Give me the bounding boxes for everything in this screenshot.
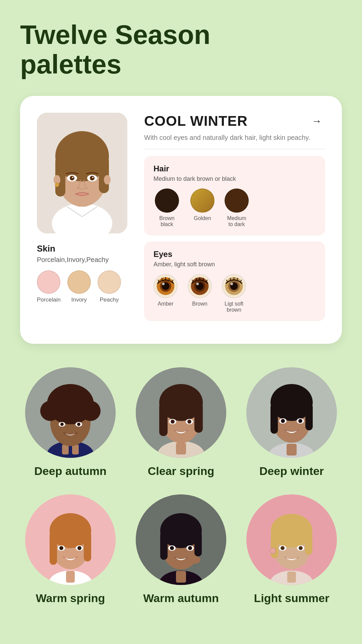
hair-swatch-brownblack: Brown black: [154, 189, 180, 227]
skin-label: Skin: [37, 244, 131, 254]
svg-rect-77: [270, 404, 278, 434]
svg-point-15: [92, 177, 94, 178]
svg-rect-88: [50, 531, 57, 565]
person-name-clearspring: Clear spring: [148, 465, 214, 478]
season-card: Skin Porcelain,Invory,Peachy Porcelain I…: [20, 96, 342, 344]
svg-point-82: [298, 419, 302, 423]
hair-color-golden: [190, 189, 215, 213]
page-title: Twelve Seasonpalettes: [20, 20, 342, 79]
person-name-warmautumn: Warm autumn: [143, 592, 219, 605]
skin-label-porcelain: Porcelain: [37, 297, 61, 303]
svg-point-105: [188, 556, 200, 564]
svg-point-115: [281, 546, 285, 550]
person-name-deepautumn: Deep autumn: [34, 465, 106, 478]
hair-subtitle: Medium to dark brown or black: [154, 175, 316, 182]
page: Twelve Seasonpalettes: [0, 0, 362, 644]
person-circle-deepautumn: [25, 367, 116, 458]
skin-swatch-invory: Invory: [67, 270, 91, 303]
hair-color-mediumdark: [225, 189, 249, 213]
svg-point-12: [72, 177, 73, 178]
skin-swatch-peachy: Peachy: [98, 270, 121, 303]
svg-rect-48: [62, 444, 69, 454]
hair-label-mediumdark: Mediumto dark: [227, 215, 246, 227]
season-header: COOL WINTER →: [144, 113, 325, 129]
person-item-lightsummer[interactable]: Light summer: [241, 494, 342, 605]
eye-label-brown: Brown: [192, 301, 207, 307]
person-item-deepwinter[interactable]: Deep winter: [241, 367, 342, 478]
svg-point-104: [188, 546, 192, 550]
person-circle-warmspring: [25, 494, 116, 585]
svg-rect-66: [159, 402, 168, 436]
svg-point-71: [187, 420, 191, 424]
svg-point-93: [77, 546, 81, 550]
eye-swatch-lightsoftbrown: Ligt softbrown: [222, 274, 246, 313]
svg-rect-49: [72, 444, 79, 454]
svg-point-117: [299, 546, 303, 550]
hair-color-brownblack: [155, 189, 179, 213]
person-name-warmspring: Warm spring: [36, 592, 105, 605]
hair-swatch-mediumdark: Mediumto dark: [225, 189, 249, 227]
skin-color-porcelain: [37, 270, 60, 294]
card-right: COOL WINTER → With cool eyes and natural…: [144, 113, 325, 327]
person-item-clearspring[interactable]: Clear spring: [131, 367, 231, 478]
svg-point-60: [77, 423, 80, 426]
person-item-warmautumn[interactable]: Warm autumn: [131, 494, 231, 605]
svg-rect-96: [176, 571, 186, 583]
eye-color-amber: [154, 274, 178, 298]
svg-point-80: [281, 419, 285, 423]
people-grid: Deep autumn: [20, 367, 342, 605]
eye-swatch-brown: Brown: [188, 274, 212, 313]
svg-point-14: [90, 176, 95, 180]
svg-point-58: [60, 423, 64, 426]
person-item-warmspring[interactable]: Warm spring: [20, 494, 121, 605]
eye-label-amber: Amber: [158, 301, 173, 307]
person-photo: [37, 113, 127, 233]
svg-rect-100: [194, 531, 202, 556]
hair-trait-card: Hair Medium to dark brown or black Brown…: [144, 156, 325, 235]
svg-point-11: [70, 176, 74, 180]
skin-label-peachy: Peachy: [100, 297, 119, 303]
svg-point-20: [162, 283, 165, 285]
svg-point-8: [104, 175, 111, 184]
person-name-deepwinter: Deep winter: [259, 465, 324, 478]
eyes-trait-card: Eyes Amber, light soft brown: [144, 241, 325, 321]
person-circle-clearspring: [136, 367, 226, 458]
season-title: COOL WINTER: [144, 113, 248, 129]
person-item-deepautumn[interactable]: Deep autumn: [20, 367, 121, 478]
svg-rect-6: [99, 156, 109, 193]
hair-title: Hair: [154, 164, 316, 173]
eyes-title: Eyes: [154, 250, 316, 259]
svg-rect-78: [305, 404, 313, 430]
eye-swatch-amber: Amber: [154, 274, 178, 313]
skin-swatches: Porcelain Invory Peachy: [37, 270, 131, 303]
skin-color-peachy: [98, 270, 121, 294]
person-circle-deepwinter: [246, 367, 337, 458]
eye-label-lightsoftbrown: Ligt softbrown: [225, 301, 243, 313]
svg-point-118: [297, 558, 307, 565]
svg-rect-67: [194, 402, 203, 433]
person-name-lightsummer: Light summer: [254, 592, 329, 605]
svg-rect-112: [305, 531, 312, 555]
svg-rect-63: [176, 443, 186, 454]
season-description: With cool eyes and naturally dark hair, …: [144, 133, 325, 142]
svg-point-40: [231, 283, 233, 285]
svg-point-69: [171, 420, 175, 424]
season-arrow[interactable]: →: [308, 113, 325, 129]
svg-rect-111: [271, 531, 278, 558]
hair-label-golden: Golden: [194, 215, 211, 221]
svg-point-113: [270, 548, 276, 553]
svg-rect-89: [84, 531, 91, 561]
card-left: Skin Porcelain,Invory,Peachy Porcelain I…: [37, 113, 131, 327]
hair-label-brownblack: Brown black: [154, 215, 180, 227]
skin-subtitle: Porcelain,Invory,Peachy: [37, 256, 131, 264]
svg-point-30: [196, 283, 199, 285]
svg-rect-85: [66, 571, 75, 583]
svg-point-91: [59, 546, 63, 550]
eye-color-brown: [188, 274, 212, 298]
person-circle-warmautumn: [136, 494, 226, 585]
hair-swatch-golden: Golden: [190, 189, 215, 227]
person-circle-lightsummer: [246, 494, 337, 585]
svg-point-102: [170, 546, 174, 550]
hair-swatches: Brown black Golden Mediumto dark: [154, 189, 316, 227]
svg-rect-108: [287, 572, 296, 583]
